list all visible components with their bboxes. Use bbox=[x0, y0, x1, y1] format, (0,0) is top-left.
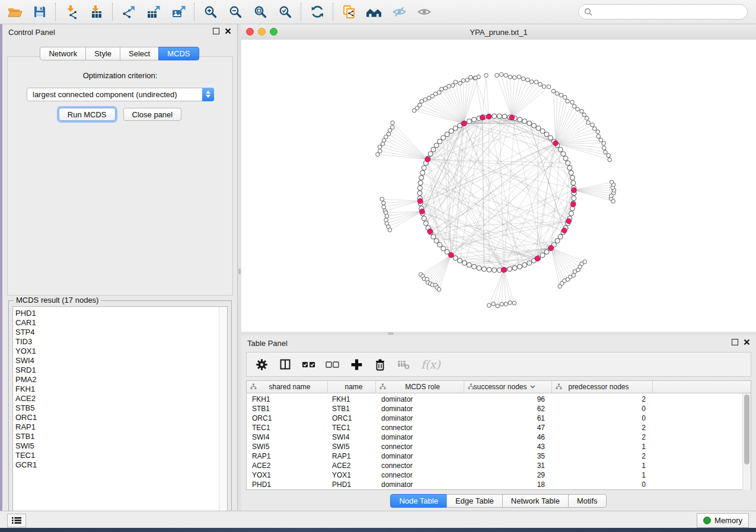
mcds-hub-node[interactable] bbox=[461, 121, 467, 126]
first-neighbors-button[interactable] bbox=[362, 1, 387, 23]
network-node[interactable] bbox=[521, 77, 525, 81]
table-cell[interactable]: RAP1 bbox=[247, 452, 328, 460]
minimize-window-icon[interactable] bbox=[258, 28, 266, 36]
network-node[interactable] bbox=[566, 99, 570, 103]
network-node[interactable] bbox=[434, 239, 439, 243]
hide-selected-button[interactable] bbox=[387, 1, 412, 23]
network-node[interactable] bbox=[453, 256, 458, 261]
network-node[interactable] bbox=[499, 72, 503, 76]
network-node[interactable] bbox=[518, 264, 522, 269]
network-node[interactable] bbox=[428, 152, 433, 156]
column-header-mcds-role[interactable]: MCDS role bbox=[376, 381, 464, 393]
network-node[interactable] bbox=[555, 239, 560, 243]
network-node[interactable] bbox=[465, 78, 470, 82]
network-node[interactable] bbox=[388, 129, 392, 133]
mcds-result-item[interactable]: GCR1 bbox=[13, 460, 227, 470]
mcds-result-item[interactable]: CAR1 bbox=[13, 318, 227, 328]
network-node[interactable] bbox=[471, 117, 476, 122]
network-graph[interactable] bbox=[241, 40, 756, 332]
table-cell[interactable]: 35 bbox=[464, 452, 552, 460]
network-node[interactable] bbox=[531, 123, 536, 128]
network-node[interactable] bbox=[391, 121, 395, 125]
network-node[interactable] bbox=[540, 253, 545, 258]
delete-table-button[interactable] bbox=[396, 357, 412, 372]
network-node[interactable] bbox=[438, 242, 442, 247]
network-node[interactable] bbox=[492, 114, 497, 118]
table-cell[interactable]: dominator bbox=[376, 433, 464, 441]
mcds-hub-node[interactable] bbox=[480, 115, 485, 120]
table-scrollbar[interactable] bbox=[742, 393, 751, 490]
network-node[interactable] bbox=[572, 273, 576, 277]
column-header-successor-nodes[interactable]: successor nodes bbox=[464, 381, 552, 393]
table-cell[interactable]: connector bbox=[376, 471, 464, 479]
table-cell[interactable]: 96 bbox=[464, 395, 552, 403]
column-header-predecessor-nodes[interactable]: predecessor nodes bbox=[552, 381, 653, 393]
tab-motifs[interactable]: Motifs bbox=[568, 494, 607, 508]
open-file-button[interactable] bbox=[2, 1, 27, 23]
show-all-button[interactable] bbox=[412, 1, 436, 23]
table-cell[interactable]: SWI5 bbox=[328, 443, 376, 451]
network-node[interactable] bbox=[599, 138, 603, 142]
network-node[interactable] bbox=[496, 304, 500, 308]
export-table-button[interactable] bbox=[141, 1, 166, 23]
tab-select[interactable]: Select bbox=[120, 47, 159, 60]
table-row[interactable]: SWI5SWI5connector431 bbox=[247, 442, 751, 451]
unselect-all-columns-button[interactable] bbox=[325, 357, 340, 372]
close-panel-button[interactable]: Close panel bbox=[123, 108, 182, 121]
table-cell[interactable]: 2 bbox=[552, 452, 653, 460]
mcds-result-item[interactable]: PHD1 bbox=[13, 309, 227, 318]
network-node[interactable] bbox=[602, 142, 606, 146]
mcds-hub-node[interactable] bbox=[566, 219, 572, 224]
network-node[interactable] bbox=[434, 143, 439, 148]
refresh-button[interactable] bbox=[305, 1, 330, 23]
network-node[interactable] bbox=[596, 134, 601, 139]
network-node[interactable] bbox=[388, 228, 392, 232]
run-mcds-button[interactable]: Run MCDS bbox=[59, 108, 116, 121]
table-cell[interactable]: ACE2 bbox=[247, 462, 328, 470]
table-cell[interactable]: YOX1 bbox=[247, 471, 328, 479]
zoom-in-button[interactable] bbox=[198, 1, 223, 23]
table-cell[interactable]: STB1 bbox=[247, 405, 328, 413]
network-node[interactable] bbox=[512, 301, 516, 305]
table-cell[interactable]: 1 bbox=[552, 471, 653, 479]
network-node[interactable] bbox=[508, 267, 512, 271]
add-row-button[interactable] bbox=[349, 357, 364, 372]
table-cell[interactable]: SWI4 bbox=[247, 433, 328, 441]
mcds-hub-node[interactable] bbox=[425, 157, 430, 162]
table-cell[interactable]: 0 bbox=[552, 405, 653, 413]
table-cell[interactable]: YOX1 bbox=[328, 471, 376, 479]
save-session-button[interactable] bbox=[27, 1, 52, 23]
network-node[interactable] bbox=[500, 302, 504, 306]
network-node[interactable] bbox=[567, 165, 572, 170]
tab-edge-table[interactable]: Edge Table bbox=[446, 494, 503, 508]
network-node[interactable] bbox=[538, 82, 543, 86]
table-cell[interactable]: 62 bbox=[464, 405, 552, 413]
network-node[interactable] bbox=[586, 121, 591, 125]
mcds-result-item[interactable]: TEC1 bbox=[13, 451, 227, 460]
network-node[interactable] bbox=[420, 171, 425, 175]
import-table-button[interactable] bbox=[84, 1, 109, 23]
network-node[interactable] bbox=[544, 132, 549, 137]
network-node[interactable] bbox=[518, 117, 522, 122]
mcds-hub-node[interactable] bbox=[486, 114, 492, 119]
table-cell[interactable]: dominator bbox=[376, 480, 464, 489]
network-node[interactable] bbox=[431, 235, 436, 239]
network-node[interactable] bbox=[382, 201, 386, 205]
mcds-hub-node[interactable] bbox=[448, 252, 454, 258]
network-node[interactable] bbox=[569, 211, 573, 216]
mcds-hub-node[interactable] bbox=[562, 228, 567, 233]
network-node[interactable] bbox=[596, 130, 600, 134]
network-node[interactable] bbox=[548, 136, 553, 140]
network-node[interactable] bbox=[512, 265, 517, 270]
network-node[interactable] bbox=[540, 129, 545, 133]
mcds-hub-node[interactable] bbox=[553, 140, 559, 146]
network-node[interactable] bbox=[547, 85, 551, 89]
network-node[interactable] bbox=[431, 147, 436, 152]
table-cell[interactable]: FKH1 bbox=[328, 395, 376, 403]
table-cell[interactable]: PHD1 bbox=[328, 480, 376, 489]
network-node[interactable] bbox=[492, 302, 496, 306]
table-row[interactable]: TEC1TEC1connector472 bbox=[247, 423, 751, 432]
close-window-icon[interactable] bbox=[246, 28, 254, 36]
table-cell[interactable]: 2 bbox=[552, 424, 653, 432]
table-cell[interactable]: connector bbox=[376, 462, 464, 470]
